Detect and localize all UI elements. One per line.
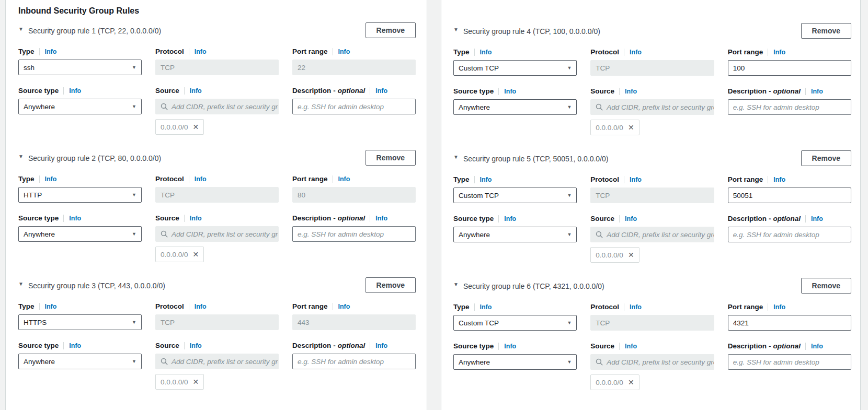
source-info-link[interactable]: Info xyxy=(619,215,637,222)
description-info-link[interactable]: Info xyxy=(370,215,387,222)
source-type-info-link[interactable]: Info xyxy=(498,215,516,222)
type-info-link[interactable]: Info xyxy=(474,303,492,311)
port-range-cell xyxy=(728,60,851,76)
port-range-label-text: Port range xyxy=(292,175,328,183)
source-type-select[interactable]: Anywhere ▼ xyxy=(453,354,577,370)
type-select[interactable]: Custom TCP ▼ xyxy=(453,60,577,76)
rule-collapse-toggle[interactable]: ▼ Security group rule 5 (TCP, 50051, 0.0… xyxy=(453,153,608,163)
remove-rule-button[interactable]: Remove xyxy=(801,23,851,39)
type-info-link[interactable]: Info xyxy=(39,303,57,310)
protocol-field: TCP xyxy=(590,188,714,203)
source-type-label-text: Source type xyxy=(18,342,59,349)
source-info-link[interactable]: Info xyxy=(184,342,202,349)
protocol-info-link[interactable]: Info xyxy=(624,303,642,311)
source-type-info-link[interactable]: Info xyxy=(498,343,516,350)
type-select[interactable]: HTTP ▼ xyxy=(18,187,142,203)
chip-spacer xyxy=(453,374,577,390)
source-type-select[interactable]: Anywhere ▼ xyxy=(18,226,142,242)
protocol-info-link[interactable]: Info xyxy=(189,175,207,183)
description-info-link[interactable]: Info xyxy=(370,87,387,95)
description-label-optional: optional xyxy=(773,87,801,95)
description-input[interactable] xyxy=(292,354,416,369)
source-token-row: 0.0.0.0/0 ✕ xyxy=(18,247,416,262)
remove-token-icon[interactable]: ✕ xyxy=(193,123,199,131)
description-info-link[interactable]: Info xyxy=(370,342,387,349)
cidr-token-label: 0.0.0.0/0 xyxy=(161,123,188,131)
search-icon xyxy=(596,103,603,111)
port-range-info-link[interactable]: Info xyxy=(333,303,350,310)
source-type-select-value: Anywhere xyxy=(24,358,55,366)
chevron-down-icon: ▼ xyxy=(567,193,572,198)
cidr-token-label: 0.0.0.0/0 xyxy=(596,124,623,132)
rule-collapse-toggle[interactable]: ▼ Security group rule 1 (TCP, 22, 0.0.0.… xyxy=(18,25,161,36)
source-type-select[interactable]: Anywhere ▼ xyxy=(453,227,577,242)
source-input[interactable]: Add CIDR, prefix list or security group xyxy=(155,99,279,114)
remove-rule-button[interactable]: Remove xyxy=(801,150,851,166)
port-range-info-link[interactable]: Info xyxy=(333,175,350,183)
description-info-link[interactable]: Info xyxy=(805,215,823,222)
source-type-info-link[interactable]: Info xyxy=(498,88,516,95)
field-labels-row-1: Type Info Protocol Info Port range Info xyxy=(18,302,416,310)
remove-token-icon[interactable]: ✕ xyxy=(628,251,634,259)
description-input[interactable] xyxy=(728,354,851,370)
remove-rule-button[interactable]: Remove xyxy=(366,150,416,166)
rule-collapse-toggle[interactable]: ▼ Security group rule 6 (TCP, 4321, 0.0.… xyxy=(453,280,604,291)
source-type-info-link[interactable]: Info xyxy=(63,87,81,95)
source-type-info-link[interactable]: Info xyxy=(63,215,81,222)
source-input[interactable]: Add CIDR, prefix list or security group xyxy=(155,354,279,369)
source-type-select[interactable]: Anywhere ▼ xyxy=(18,354,142,369)
description-info-link[interactable]: Info xyxy=(805,343,823,350)
remove-token-icon[interactable]: ✕ xyxy=(628,379,634,386)
chevron-down-icon: ▼ xyxy=(132,65,136,70)
type-select[interactable]: Custom TCP ▼ xyxy=(453,315,577,331)
rule-collapse-toggle[interactable]: ▼ Security group rule 2 (TCP, 80, 0.0.0.… xyxy=(18,153,161,163)
description-input[interactable] xyxy=(728,99,851,115)
type-info-link[interactable]: Info xyxy=(39,48,57,55)
source-input[interactable]: Add CIDR, prefix list or security group xyxy=(590,99,714,115)
port-range-info-link[interactable]: Info xyxy=(768,303,785,311)
type-info-link[interactable]: Info xyxy=(39,175,57,183)
protocol-info-link[interactable]: Info xyxy=(624,176,642,183)
description-label-dash: - xyxy=(333,87,336,95)
port-range-input[interactable] xyxy=(728,60,851,76)
remove-token-icon[interactable]: ✕ xyxy=(628,124,634,131)
source-input[interactable]: Add CIDR, prefix list or security group xyxy=(155,226,279,242)
source-input[interactable]: Add CIDR, prefix list or security group xyxy=(590,354,714,370)
protocol-info-link[interactable]: Info xyxy=(189,48,207,55)
source-info-link[interactable]: Info xyxy=(184,215,202,222)
port-range-info-link[interactable]: Info xyxy=(768,176,785,183)
description-input[interactable] xyxy=(728,227,851,242)
remove-rule-button[interactable]: Remove xyxy=(366,22,416,38)
source-info-link[interactable]: Info xyxy=(619,88,637,95)
source-type-select[interactable]: Anywhere ▼ xyxy=(18,99,142,114)
source-input[interactable]: Add CIDR, prefix list or security group xyxy=(590,227,714,242)
source-info-link[interactable]: Info xyxy=(184,87,202,95)
rule-collapse-toggle[interactable]: ▼ Security group rule 3 (TCP, 443, 0.0.0… xyxy=(18,280,165,290)
description-input[interactable] xyxy=(292,99,416,114)
port-range-info-link[interactable]: Info xyxy=(768,49,785,56)
source-type-info-link[interactable]: Info xyxy=(63,342,81,349)
protocol-info-link[interactable]: Info xyxy=(624,49,642,56)
type-info-link[interactable]: Info xyxy=(474,176,492,183)
remove-token-icon[interactable]: ✕ xyxy=(193,378,199,385)
cidr-token: 0.0.0.0/0 ✕ xyxy=(155,374,204,390)
type-select[interactable]: ssh ▼ xyxy=(18,60,142,75)
rule-header-label: Security group rule 6 (TCP, 4321, 0.0.0.… xyxy=(463,282,604,291)
source-info-link[interactable]: Info xyxy=(619,343,637,350)
description-input[interactable] xyxy=(292,226,416,242)
port-range-input[interactable] xyxy=(728,188,851,203)
type-select[interactable]: Custom TCP ▼ xyxy=(453,188,577,203)
description-info-link[interactable]: Info xyxy=(805,88,823,95)
port-range-info-link[interactable]: Info xyxy=(333,48,350,55)
remove-token-icon[interactable]: ✕ xyxy=(193,251,199,258)
description-label-optional: optional xyxy=(338,342,366,349)
protocol-info-link[interactable]: Info xyxy=(189,303,207,310)
port-range-input[interactable] xyxy=(728,315,851,331)
field-labels-row-1: Type Info Protocol Info Port range Info xyxy=(453,175,851,183)
remove-rule-button[interactable]: Remove xyxy=(366,277,416,293)
rule-collapse-toggle[interactable]: ▼ Security group rule 4 (TCP, 100, 0.0.0… xyxy=(453,26,600,36)
remove-rule-button[interactable]: Remove xyxy=(801,278,851,294)
type-select[interactable]: HTTPS ▼ xyxy=(18,314,142,330)
type-info-link[interactable]: Info xyxy=(474,49,492,56)
source-type-select[interactable]: Anywhere ▼ xyxy=(453,99,577,115)
